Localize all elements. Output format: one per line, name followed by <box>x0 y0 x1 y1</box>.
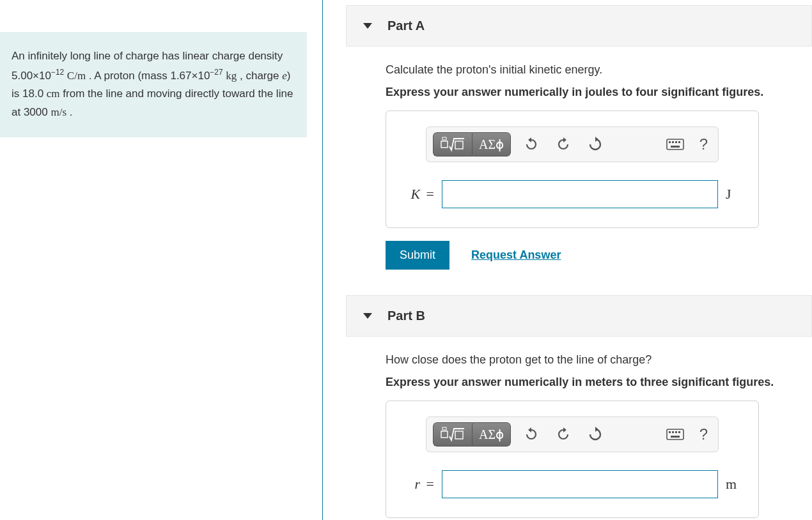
problem-panel: An infinitely long line of charge has li… <box>0 0 323 520</box>
part-a-lhs: K = <box>403 186 434 203</box>
undo-icon[interactable] <box>520 133 543 156</box>
svg-rect-1 <box>442 137 446 140</box>
svg-rect-8 <box>671 146 680 148</box>
chevron-down-icon[interactable] <box>363 313 372 319</box>
greek-button[interactable]: ΑΣϕ <box>472 422 511 447</box>
formula-toolbar: ΑΣϕ ? <box>426 126 719 162</box>
part-b-input-row: r = m <box>398 470 747 498</box>
greek-button[interactable]: ΑΣϕ <box>472 132 511 157</box>
svg-rect-5 <box>672 141 674 143</box>
part-a-unit: J <box>726 186 741 203</box>
problem-statement: An infinitely long line of charge has li… <box>0 32 307 137</box>
svg-rect-14 <box>672 431 674 433</box>
redo-icon[interactable] <box>552 133 575 156</box>
part-b-title: Part B <box>387 309 425 323</box>
keyboard-icon[interactable] <box>664 423 687 446</box>
part-a-answer-block: ΑΣϕ ? K = J <box>386 111 759 228</box>
svg-rect-4 <box>669 141 671 143</box>
part-a-header[interactable]: Part A <box>346 5 812 47</box>
svg-rect-13 <box>669 431 671 433</box>
redo-icon[interactable] <box>552 423 575 446</box>
part-a-input-row: K = J <box>398 180 747 208</box>
svg-rect-6 <box>675 141 677 143</box>
svg-rect-7 <box>678 141 680 143</box>
part-a-title: Part A <box>387 19 425 33</box>
part-b-answer-block: ΑΣϕ ? r = m <box>386 401 759 518</box>
part-a-question: Calculate the proton's initial kinetic e… <box>346 63 812 77</box>
formula-toolbar: ΑΣϕ ? <box>426 417 719 452</box>
part-a-instruction: Express your answer numerically in joule… <box>346 86 812 99</box>
help-icon[interactable]: ? <box>696 425 712 443</box>
submit-button[interactable]: Submit <box>386 241 449 270</box>
part-a-buttons: Submit Request Answer <box>386 241 812 270</box>
math-button-group: ΑΣϕ <box>433 422 511 447</box>
answer-panel: Part A Calculate the proton's initial ki… <box>323 0 812 520</box>
part-b-question: How close does the proton get to the lin… <box>346 353 812 367</box>
part-b-header[interactable]: Part B <box>346 295 812 337</box>
greek-label: ΑΣϕ <box>479 137 504 152</box>
fraction-root-icon <box>440 426 465 443</box>
reset-icon[interactable] <box>584 133 607 156</box>
request-answer-link[interactable]: Request Answer <box>471 249 561 262</box>
part-b-instruction: Express your answer numerically in meter… <box>346 376 812 389</box>
keyboard-icon[interactable] <box>664 133 687 156</box>
math-button-group: ΑΣϕ <box>433 132 511 157</box>
fraction-root-icon <box>440 136 465 153</box>
undo-icon[interactable] <box>520 423 543 446</box>
svg-rect-10 <box>442 427 446 430</box>
svg-rect-2 <box>455 141 463 149</box>
part-b-lhs: r = <box>403 476 434 493</box>
greek-label: ΑΣϕ <box>479 427 504 442</box>
svg-rect-11 <box>455 431 463 439</box>
part-b-unit: m <box>726 476 741 493</box>
part-a-input[interactable] <box>442 180 718 208</box>
chevron-down-icon[interactable] <box>363 23 372 29</box>
svg-rect-17 <box>671 436 680 438</box>
help-icon[interactable]: ? <box>696 135 712 153</box>
svg-rect-12 <box>667 429 683 440</box>
svg-rect-15 <box>675 431 677 433</box>
template-button[interactable] <box>433 422 472 447</box>
svg-rect-0 <box>441 141 448 148</box>
svg-rect-3 <box>667 139 683 149</box>
template-button[interactable] <box>433 132 472 157</box>
svg-rect-16 <box>678 431 680 433</box>
reset-icon[interactable] <box>584 423 607 446</box>
part-b-input[interactable] <box>442 470 718 498</box>
svg-rect-9 <box>441 431 448 438</box>
